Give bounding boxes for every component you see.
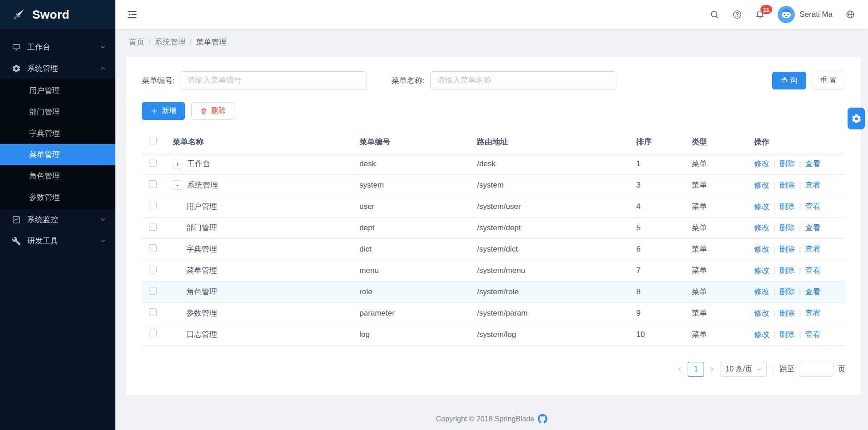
menu-fold-icon[interactable] — [126, 9, 138, 20]
action-edit-link[interactable]: 修改 — [754, 266, 769, 275]
row-checkbox[interactable] — [149, 244, 157, 252]
breadcrumb-separator: / — [190, 38, 192, 47]
action-separator: | — [799, 159, 801, 168]
action-edit-link[interactable]: 修改 — [754, 159, 769, 168]
page-size-value: 10 条/页 — [725, 365, 752, 374]
row-checkbox[interactable] — [149, 223, 157, 231]
row-checkbox[interactable] — [149, 330, 157, 337]
row-checkbox[interactable] — [149, 308, 157, 316]
collapse-row-icon[interactable]: - — [173, 180, 182, 190]
action-delete-link[interactable]: 删除 — [779, 159, 795, 168]
row-checkbox[interactable] — [149, 180, 157, 188]
row-checkbox[interactable] — [149, 287, 157, 295]
sidebar-item-role[interactable]: 角色管理 — [0, 165, 115, 187]
action-edit-link[interactable]: 修改 — [754, 287, 769, 296]
theme-settings-button[interactable] — [848, 108, 865, 129]
action-view-link[interactable]: 查看 — [805, 181, 821, 189]
action-view-link[interactable]: 查看 — [805, 330, 821, 339]
cell-route-path: /system/menu — [477, 266, 525, 275]
cell-sort: 6 — [636, 245, 640, 253]
cell-menu-name: 用户管理 — [186, 201, 217, 212]
breadcrumb-home[interactable]: 首页 — [129, 37, 144, 47]
sidebar-menu: 工作台系统管理用户管理部门管理字典管理菜单管理角色管理参数管理系统监控研发工具 — [0, 29, 115, 252]
action-edit-link[interactable]: 修改 — [754, 330, 769, 339]
action-delete-link[interactable]: 删除 — [779, 330, 795, 339]
action-edit-link[interactable]: 修改 — [754, 245, 769, 253]
page-number[interactable]: 1 — [688, 362, 704, 377]
language-globe-icon[interactable] — [845, 10, 855, 20]
notification-bell[interactable]: 11 — [755, 10, 765, 20]
action-delete-link[interactable]: 删除 — [779, 223, 795, 232]
sidebar-item-param[interactable]: 参数管理 — [0, 187, 115, 208]
cell-menu-name: 工作台 — [187, 158, 210, 169]
search-button[interactable]: 查 询 — [772, 72, 806, 89]
chevron-down-icon — [99, 216, 106, 223]
action-view-link[interactable]: 查看 — [805, 245, 821, 253]
sidebar-item-workbench[interactable]: 工作台 — [0, 36, 115, 58]
action-separator: | — [799, 266, 801, 275]
next-page-icon[interactable] — [709, 366, 715, 373]
action-delete-link[interactable]: 删除 — [779, 202, 795, 211]
action-view-link[interactable]: 查看 — [805, 223, 821, 232]
sidebar-item-user[interactable]: 用户管理 — [0, 80, 115, 101]
wrench-icon — [12, 237, 21, 246]
column-header-code: 菜单编号 — [354, 131, 471, 153]
pagination-divider — [773, 365, 774, 374]
action-delete-link[interactable]: 删除 — [779, 287, 795, 296]
action-view-link[interactable]: 查看 — [805, 159, 821, 168]
action-delete-link[interactable]: 删除 — [779, 266, 795, 275]
action-edit-link[interactable]: 修改 — [754, 202, 769, 211]
app-logo[interactable]: Sword — [0, 0, 115, 29]
action-view-link[interactable]: 查看 — [805, 266, 821, 275]
github-icon[interactable] — [538, 414, 547, 424]
table-row: 角色管理role/system/role8菜单修改|删除|查看 — [142, 281, 845, 302]
action-view-link[interactable]: 查看 — [805, 287, 821, 296]
cell-type: 菜单 — [692, 287, 707, 296]
row-checkbox[interactable] — [149, 202, 157, 209]
action-separator: | — [799, 287, 801, 296]
action-delete-link[interactable]: 删除 — [779, 245, 795, 253]
search-form: 菜单编号: 菜单名称: 查 询 重 置 — [142, 71, 845, 89]
breadcrumb-system[interactable]: 系统管理 — [155, 37, 186, 47]
action-edit-link[interactable]: 修改 — [754, 309, 769, 317]
sidebar-item-dict[interactable]: 字典管理 — [0, 123, 115, 144]
action-view-link[interactable]: 查看 — [805, 202, 821, 211]
action-view-link[interactable]: 查看 — [805, 309, 821, 317]
plus-icon — [150, 107, 158, 115]
table-row: 日志管理log/system/log10菜单修改|删除|查看 — [142, 324, 845, 345]
user-menu[interactable]: Serati Ma — [778, 6, 833, 23]
search-icon[interactable] — [709, 10, 719, 20]
action-delete-link[interactable]: 删除 — [779, 181, 795, 189]
expand-row-icon[interactable]: + — [173, 159, 182, 168]
cell-type: 菜单 — [692, 181, 707, 189]
jump-page-input[interactable] — [799, 362, 833, 377]
cell-menu-name: 参数管理 — [186, 308, 217, 318]
page-size-select[interactable]: 10 条/页 — [720, 362, 767, 377]
action-delete-link[interactable]: 删除 — [779, 309, 795, 317]
action-edit-link[interactable]: 修改 — [754, 181, 769, 189]
row-checkbox[interactable] — [149, 266, 157, 273]
column-header-type: 类型 — [686, 131, 749, 153]
reset-button[interactable]: 重 置 — [812, 72, 845, 89]
sidebar-item-menu[interactable]: 菜单管理 — [0, 144, 115, 165]
action-edit-link[interactable]: 修改 — [754, 223, 769, 232]
help-icon[interactable] — [732, 10, 742, 20]
delete-button[interactable]: 删除 — [191, 102, 234, 120]
cell-route-path: /system/log — [477, 330, 516, 339]
sidebar-item-system[interactable]: 系统管理 — [0, 58, 115, 79]
breadcrumb-separator: / — [149, 38, 151, 47]
sidebar-item-devtools[interactable]: 研发工具 — [0, 230, 115, 252]
row-checkbox[interactable] — [149, 159, 157, 167]
sidebar-item-monitor[interactable]: 系统监控 — [0, 209, 115, 230]
menu-code-input[interactable] — [181, 71, 367, 89]
menu-name-input[interactable] — [430, 71, 616, 89]
add-button[interactable]: 新增 — [142, 102, 185, 120]
chevron-down-icon — [99, 237, 106, 244]
select-all-checkbox[interactable] — [149, 137, 157, 144]
prev-page-icon[interactable] — [676, 366, 683, 373]
cell-route-path: /system/dict — [477, 245, 518, 253]
action-separator: | — [774, 245, 775, 253]
cell-menu-name: 部门管理 — [186, 222, 217, 233]
sidebar-item-dept[interactable]: 部门管理 — [0, 101, 115, 123]
cell-route-path: /system/param — [477, 309, 527, 317]
